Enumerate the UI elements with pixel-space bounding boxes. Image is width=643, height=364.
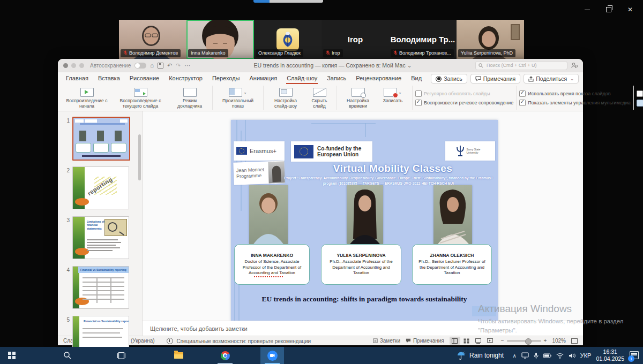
zoom-out-icon[interactable]: − [501, 338, 504, 344]
wifi-icon[interactable] [556, 353, 564, 359]
zoom-share-toolbar-collapsed[interactable] [253, 0, 323, 3]
hide-slide-button[interactable]: Скрыть слайд [305, 86, 334, 109]
language-switcher[interactable]: УКР [580, 352, 592, 359]
window-controls: ✕ [577, 5, 641, 14]
microphone-icon[interactable] [534, 352, 539, 359]
setup-show-button[interactable]: Настройка слайд-шоу [266, 86, 305, 109]
participant-tile[interactable]: Олександр Гладюк [254, 20, 322, 59]
mini-table-line [83, 299, 124, 300]
action-center-button[interactable]: 1 [629, 351, 640, 360]
presenter-mode-button[interactable]: Режим докладчика [170, 86, 210, 109]
accessibility-check[interactable]: Специальные возможности: проверьте реком… [167, 338, 311, 344]
participant-tile-active-speaker[interactable]: Inna Makarenko [186, 20, 254, 59]
zoom-window-icon[interactable] [79, 63, 84, 68]
close-window-icon[interactable] [63, 63, 68, 68]
share-button[interactable]: Поделиться ⌄ [524, 74, 579, 84]
clock[interactable]: 16:31 01.04.2025 [596, 348, 624, 362]
share-label: Поделиться [536, 75, 567, 82]
circuit-deco [365, 123, 366, 137]
slide-1-thumbnail-selected[interactable] [72, 117, 130, 161]
file-explorer-button[interactable] [167, 347, 190, 364]
participant-tile[interactable]: Володимир Дементов [119, 20, 186, 59]
tab-animaciya[interactable]: Анимация [245, 73, 282, 84]
start-button[interactable] [0, 347, 24, 364]
rehearse-timings-button[interactable]: Настройка времени [340, 86, 376, 109]
zoom-slider[interactable] [507, 340, 541, 342]
folder-icon [174, 352, 183, 359]
normal-view-button[interactable] [450, 337, 460, 345]
more-commands-icon[interactable]: ⋯ [184, 63, 190, 69]
task-view-button[interactable] [109, 347, 133, 364]
tab-recenzirovanie[interactable]: Рецензирование [351, 73, 406, 84]
battery-icon[interactable] [543, 353, 551, 358]
tab-konstruktor[interactable]: Конструктор [164, 73, 207, 84]
slide-4-thumbnail[interactable]: Financial vs Sustainability reporting [72, 266, 129, 309]
tab-glavnaya[interactable]: Главная [61, 73, 93, 84]
zoom-in-icon[interactable]: + [544, 338, 547, 344]
slide-sorter-view-button[interactable] [461, 337, 472, 345]
participant-tile[interactable]: Yuliia Serpeninova, PhD [457, 20, 524, 59]
notes-pane[interactable]: Щелкните, чтобы добавить заметки [143, 321, 583, 336]
zoom-app-button[interactable] [260, 347, 284, 364]
thumbnail-item[interactable]: 1 [58, 117, 142, 161]
comments-button[interactable]: Примечания [470, 74, 521, 84]
slideshow-view-button[interactable] [485, 337, 496, 345]
fit-slide-icon[interactable] [571, 338, 578, 344]
close-button[interactable]: ✕ [619, 5, 641, 14]
weather-widget[interactable]: Rain tonight [457, 347, 504, 364]
slide-number: 2 [58, 166, 72, 209]
undo-icon[interactable]: ↶ [167, 63, 172, 69]
mac-traffic-lights[interactable] [63, 63, 84, 68]
mini-slide-title: Financial vs Sustainability reporting [84, 320, 129, 323]
tab-vid[interactable]: Вид [406, 73, 427, 84]
hidden-icons-chevron[interactable]: ∧ [512, 353, 516, 359]
slide-2-thumbnail[interactable]: reporting [72, 166, 129, 209]
checkbox-media-controls[interactable]: Показать элементы управления мультимедиа [519, 100, 631, 106]
mini-name-box [76, 143, 91, 153]
tab-slide-show-selected[interactable]: Слайд-шоу [282, 73, 322, 84]
checkbox-use-timings[interactable]: Использовать время показа слайдов [519, 90, 610, 97]
slide-canvas[interactable]: Erasmus+ Jean Monnet Programme Co-funded… [231, 120, 498, 321]
thumbnail-item[interactable]: 2 reporting [58, 166, 142, 209]
display-sync-icon[interactable] [521, 352, 529, 359]
share-profile-icon[interactable] [571, 62, 578, 69]
minimize-button[interactable] [577, 5, 598, 14]
subtitle-settings-button[interactable]: Параметры субтитров ⌄ [637, 100, 643, 107]
play-from-start-button[interactable]: Воспроизведение с начала [63, 86, 111, 109]
thumbnail-item[interactable]: 3 Limitations of financial statements: [58, 216, 142, 259]
comments-toggle[interactable]: Примечания [406, 338, 444, 344]
taskbar: Rain tonight ∧ УКР 16:31 01.04.2025 [0, 347, 643, 364]
reading-view-button[interactable] [473, 337, 484, 345]
record-show-button[interactable]: ⌄ Записать [376, 86, 409, 104]
volume-icon[interactable] [569, 353, 575, 359]
panel-scrollbar[interactable] [138, 134, 141, 180]
thumbnail-item[interactable]: 4 Financial vs Sustainability reporting [58, 266, 142, 309]
play-from-current-button[interactable]: Воспроизведение с текущего слайда [111, 86, 170, 109]
tab-vstavka[interactable]: Вставка [93, 73, 125, 84]
zoom-slider-handle[interactable] [525, 338, 532, 345]
autosave-toggle[interactable] [134, 63, 146, 69]
save-icon[interactable] [158, 63, 163, 69]
home-icon[interactable]: ⌂ [150, 63, 154, 69]
custom-show-button[interactable]: ⌄ Произвольный показ [215, 86, 260, 109]
checkbox-always-subtitles[interactable]: Всегда использовать субтитры [637, 90, 643, 97]
record-button[interactable]: Запись [431, 74, 467, 84]
eu-stars-icon [300, 147, 308, 156]
notes-toggle[interactable]: Заметки [373, 338, 400, 344]
search-input[interactable] [485, 62, 557, 69]
tab-risovanie[interactable]: Рисование [125, 73, 164, 84]
slide-3-thumbnail[interactable]: Limitations of financial statements: [72, 216, 129, 259]
zoom-percentage[interactable]: 102% [552, 338, 566, 344]
restore-button[interactable] [598, 5, 619, 14]
chrome-button[interactable] [213, 347, 237, 364]
taskbar-search-button[interactable] [56, 347, 79, 364]
search-box[interactable] [475, 61, 567, 70]
participant-tile[interactable]: Володимир Тр... Володимир Троханов... [389, 20, 457, 59]
participant-tile[interactable]: Irop Irop [322, 20, 389, 59]
tab-perehody[interactable]: Переходы [207, 73, 245, 84]
title-chevron-icon[interactable]: ⌄ [407, 62, 412, 69]
minimize-window-icon[interactable] [71, 63, 76, 68]
checkbox-play-narration[interactable]: Воспроизвести речевое сопровождение [415, 100, 513, 106]
notification-badge: 1 [628, 355, 634, 362]
tab-zapis[interactable]: Запись [322, 73, 351, 84]
